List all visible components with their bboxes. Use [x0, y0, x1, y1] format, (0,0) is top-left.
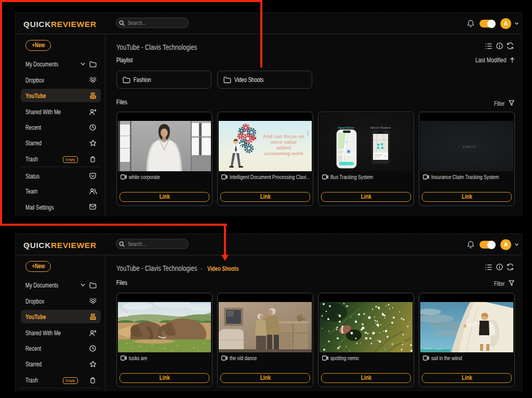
- svg-text:added: added: [276, 145, 291, 150]
- svg-text:clavis: clavis: [307, 130, 309, 136]
- svg-text:~ clavis: ~ clavis: [458, 145, 476, 148]
- svg-text:Apad Driver: Apad Driver: [338, 126, 354, 129]
- svg-text:Velocit Student: Velocit Student: [370, 126, 391, 129]
- svg-text:accounting work: accounting work: [264, 150, 303, 156]
- svg-text:more value: more value: [271, 139, 297, 145]
- svg-text:And can focus on: And can focus on: [263, 133, 304, 139]
